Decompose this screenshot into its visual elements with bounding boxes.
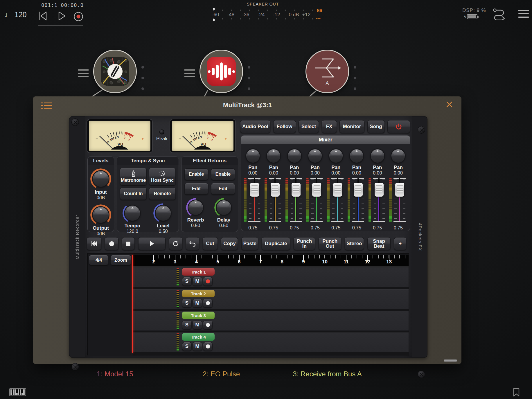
track-lane[interactable]: [133, 332, 409, 352]
record-clip-button[interactable]: [105, 237, 118, 250]
power-button[interactable]: [387, 120, 410, 133]
output-knob[interactable]: [93, 207, 109, 223]
monitor-button[interactable]: Monitor: [339, 120, 364, 133]
mute-button[interactable]: M: [193, 299, 202, 308]
node-model15[interactable]: [93, 50, 137, 93]
main-menu-icon[interactable]: [518, 8, 529, 20]
metronome-button[interactable]: Metronome: [120, 168, 147, 185]
delay-knob[interactable]: [217, 200, 231, 215]
level-knob[interactable]: [156, 206, 171, 221]
pan-knob[interactable]: [288, 149, 301, 163]
channel-fader[interactable]: [368, 178, 387, 222]
reverb-edit-button[interactable]: Edit: [184, 183, 208, 195]
arm-button[interactable]: [203, 342, 213, 351]
mute-button[interactable]: M: [193, 342, 202, 351]
stop-button[interactable]: [122, 237, 135, 250]
node-ports-model15[interactable]: [141, 58, 144, 98]
channel-fader[interactable]: [285, 178, 304, 222]
pan-knob[interactable]: [371, 149, 384, 163]
bookmark-icon[interactable]: [513, 388, 520, 398]
skip-back-button[interactable]: [39, 11, 47, 21]
pan-knob[interactable]: [329, 149, 343, 163]
solo-button[interactable]: S: [182, 342, 192, 351]
fader-handle[interactable]: [312, 183, 321, 197]
fader-handle[interactable]: [375, 183, 384, 197]
fader-handle[interactable]: [292, 183, 301, 197]
host-sync-button[interactable]: Host Sync: [149, 168, 176, 185]
fader-handle[interactable]: [271, 183, 280, 197]
channel-fader[interactable]: [244, 178, 262, 222]
delay-edit-button[interactable]: Edit: [211, 183, 235, 195]
record-button[interactable]: [73, 12, 83, 21]
mute-button[interactable]: M: [193, 277, 202, 286]
remote-button[interactable]: Remote: [149, 188, 176, 200]
zoom-button[interactable]: Zoom: [110, 255, 131, 265]
paste-button[interactable]: Paste: [241, 237, 258, 250]
time-sig-button[interactable]: 4/4: [89, 255, 109, 265]
arm-button[interactable]: [203, 299, 213, 308]
copy-button[interactable]: Copy: [221, 237, 238, 250]
pan-knob[interactable]: [246, 149, 260, 163]
channel-fader[interactable]: [347, 178, 366, 222]
fader-handle[interactable]: [395, 183, 404, 197]
node-ports-bus[interactable]: [354, 58, 356, 98]
solo-button[interactable]: S: [182, 277, 192, 286]
input-knob[interactable]: [93, 171, 109, 187]
node-ports-egpulse[interactable]: [248, 58, 250, 98]
reverb-enable-button[interactable]: Enable: [184, 168, 208, 180]
tempo-knob[interactable]: [125, 206, 140, 221]
channel-fader[interactable]: [306, 178, 324, 222]
routing-icon[interactable]: [493, 8, 506, 21]
follow-button[interactable]: Follow: [273, 120, 296, 133]
node-bus-receive[interactable]: A: [305, 50, 349, 93]
add-track-button[interactable]: +: [394, 237, 406, 250]
play-button[interactable]: [58, 11, 66, 21]
window-menu-icon[interactable]: [44, 101, 52, 110]
channel-fader[interactable]: [264, 178, 283, 222]
loop-button[interactable]: [169, 237, 182, 250]
pan-knob[interactable]: [308, 149, 322, 163]
node-menu-model15[interactable]: [78, 67, 89, 80]
punch-in-button[interactable]: Punch In: [294, 237, 315, 250]
solo-button[interactable]: S: [182, 321, 192, 329]
track-lane[interactable]: [133, 267, 409, 287]
pan-knob[interactable]: [391, 149, 405, 163]
duplicate-button[interactable]: Duplicate: [262, 237, 290, 250]
fx-button[interactable]: FX: [322, 120, 337, 133]
resize-pill[interactable]: [444, 360, 457, 362]
fader-handle[interactable]: [333, 183, 342, 197]
delay-enable-button[interactable]: Enable: [211, 168, 235, 180]
track-name[interactable]: Track 3: [182, 312, 215, 319]
stereo-button[interactable]: Stereo: [345, 237, 364, 250]
solo-button[interactable]: S: [182, 299, 192, 308]
node-egpulse[interactable]: [200, 50, 243, 93]
pan-knob[interactable]: [267, 149, 280, 163]
arm-button[interactable]: [203, 321, 213, 329]
track-name[interactable]: Track 4: [182, 333, 215, 341]
track-lane[interactable]: [133, 311, 409, 331]
snap-beat-button[interactable]: Snap Beat: [367, 237, 391, 250]
reverb-knob[interactable]: [188, 200, 203, 215]
channel-fader[interactable]: [389, 178, 407, 222]
close-icon[interactable]: [445, 100, 453, 108]
song-button[interactable]: Song: [367, 120, 385, 133]
cut-button[interactable]: Cut: [203, 237, 218, 250]
node-menu-egpulse[interactable]: [184, 67, 195, 80]
channel-fader[interactable]: [327, 178, 345, 222]
track-name[interactable]: Track 2: [182, 290, 215, 297]
mute-button[interactable]: M: [193, 321, 202, 329]
count-in-button[interactable]: Count In: [120, 188, 147, 200]
fader-handle[interactable]: [354, 183, 363, 197]
bar-ruler[interactable]: 2 3 4 5 6 7 8 9 10 11 12 13: [133, 255, 409, 267]
keyboard-icon[interactable]: [9, 388, 26, 396]
pan-knob[interactable]: [350, 149, 363, 163]
track-name[interactable]: Track 1: [182, 268, 215, 276]
audio-pool-button[interactable]: Audio Pool: [240, 120, 270, 133]
arm-button[interactable]: [203, 277, 213, 286]
tempo-display[interactable]: ♩ 120: [5, 10, 27, 19]
select-button[interactable]: Select: [299, 120, 319, 133]
track-lane[interactable]: [133, 289, 409, 309]
punch-out-button[interactable]: Punch Out: [319, 237, 341, 250]
undo-button[interactable]: [186, 237, 199, 250]
playhead[interactable]: [132, 255, 133, 353]
